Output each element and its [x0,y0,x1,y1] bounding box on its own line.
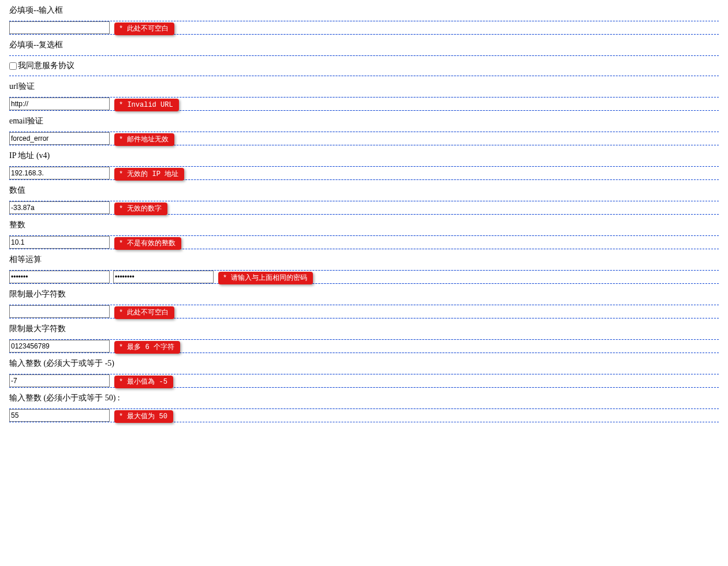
label-max-value: 输入整数 (必须小于或等于 50) : [9,388,719,408]
error-min-value: * 最小值為 -5 [114,376,173,388]
row-number: * 无效的数字 [9,201,719,215]
row-email: * 邮件地址无效 [9,132,719,145]
input-number[interactable] [9,201,110,214]
checkbox-agree-label: 我同意服务协议 [18,61,74,70]
input-email[interactable] [9,132,110,145]
error-integer: * 不是有效的整数 [114,237,181,250]
error-required-text: * 此处不可空白 [114,23,174,35]
section-integer: 整数 [9,214,719,236]
label-number: 数值 [9,180,719,201]
row-required-text: * 此处不可空白 [9,21,719,35]
input-integer[interactable] [9,236,110,249]
checkbox-agree[interactable] [9,62,17,70]
section-url: url验证 [9,76,719,98]
section-max-chars: 限制最大字符数 [9,318,719,340]
section-min-value: 输入整数 (必须大于或等于 -5) [9,353,719,374]
label-equal: 相等运算 [9,249,719,270]
section-number: 数值 [9,179,719,201]
section-ip: IP 地址 (v4) [9,145,719,167]
section-equal: 相等运算 [9,249,719,271]
label-email: email验证 [9,111,719,132]
row-max-value: * 最大值为 50 [9,408,719,422]
row-max-chars: * 最多 6 个字符 [9,339,719,353]
input-max-value[interactable] [9,409,110,422]
label-min-chars: 限制最小字符数 [9,284,719,305]
error-min-chars: * 此处不可空白 [114,306,174,319]
label-min-value: 输入整数 (必须大于或等于 -5) [9,353,719,374]
input-min-chars[interactable] [9,305,110,318]
section-email: email验证 [9,110,719,132]
error-equal: * 请输入与上面相同的密码 [218,272,313,284]
input-ip[interactable] [9,167,110,179]
label-integer: 整数 [9,215,719,235]
row-integer: * 不是有效的整数 [9,235,719,249]
label-ip: IP 地址 (v4) [9,145,719,166]
input-password-1[interactable] [9,271,110,283]
input-required-text[interactable] [9,21,110,34]
section-required-text: 必填项--输入框 [9,0,719,21]
row-required-checkbox: 我同意服务协议 [9,55,719,76]
label-required-checkbox: 必填项--复选框 [9,35,719,55]
error-url: * Invalid URL [114,99,179,111]
error-max-value: * 最大值为 50 [114,410,173,423]
input-url[interactable] [9,98,110,110]
input-min-value[interactable] [9,374,110,387]
error-max-chars: * 最多 6 个字符 [114,341,180,354]
error-email: * 邮件地址无效 [114,133,174,146]
section-min-chars: 限制最小字符数 [9,283,719,305]
input-max-chars[interactable] [9,340,110,353]
error-number: * 无效的数字 [114,203,167,215]
row-url: * Invalid URL [9,97,719,111]
row-min-value: * 最小值為 -5 [9,374,719,388]
label-required-text: 必填项--输入框 [9,0,719,21]
error-ip: * 无效的 IP 地址 [114,168,184,181]
row-min-chars: * 此处不可空白 [9,305,719,318]
input-password-2[interactable] [113,271,214,283]
label-url: url验证 [9,76,719,97]
section-max-value: 输入整数 (必须小于或等于 50) : [9,387,719,409]
row-ip: * 无效的 IP 地址 [9,166,719,180]
form-validation-demo: 必填项--输入框 * 此处不可空白 必填项--复选框 我同意服务协议 url验证… [0,0,728,434]
section-required-checkbox: 必填项--复选框 [9,34,719,56]
label-max-chars: 限制最大字符数 [9,318,719,339]
row-equal: * 请输入与上面相同的密码 [9,270,719,284]
